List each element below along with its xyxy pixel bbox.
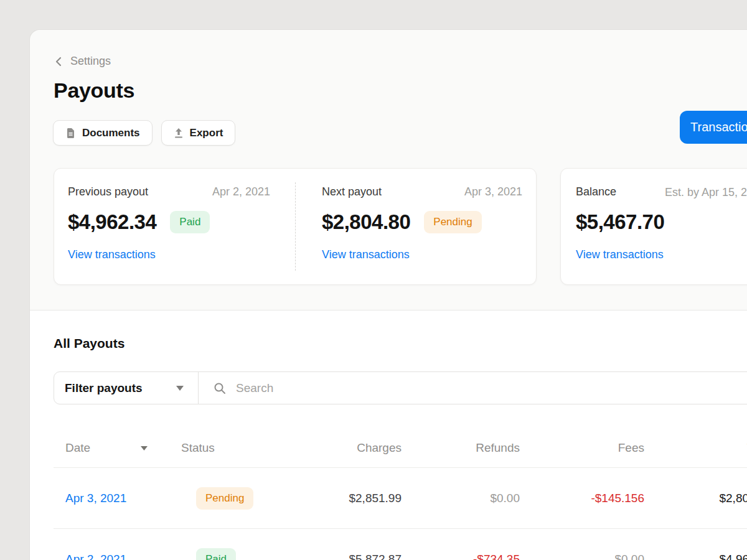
documents-button[interactable]: Documents [53,120,153,146]
chevron-left-icon [55,57,62,67]
balance-card: Balance Est. by Apr 15, 2021 $5,467.70 V… [560,168,747,285]
next-payout-label: Next payout [322,185,382,198]
next-payout-date: Apr 3, 2021 [464,185,522,198]
page-title: Payouts [54,78,134,103]
sort-descending-icon [141,446,148,450]
balance-amount: $5,467.70 [576,210,664,234]
column-header-refunds: Refunds [402,441,520,455]
balance-estimate-date: Est. by Apr 15, 2021 [665,186,747,199]
table-header-row: Date Status Charges Refunds Fees Total [54,428,747,468]
payout-status-badge: Pending [196,487,253,510]
column-header-status: Status [181,441,268,455]
search-area [199,372,747,404]
main-panel: Settings Payouts Documents Export Transa… [30,30,747,560]
payout-fees-value: $0.00 [520,553,644,560]
previous-payout-section: Previous payout Apr 2, 2021 $4,962.34 Pa… [54,169,295,284]
search-input[interactable] [236,381,747,395]
documents-button-label: Documents [82,127,140,139]
column-header-date[interactable]: Date [54,441,181,455]
all-payouts-heading: All Payouts [54,336,125,351]
payout-summary-card: Previous payout Apr 2, 2021 $4,962.34 Pa… [54,168,537,285]
payout-charges-value: $2,851.99 [268,492,402,505]
payout-refunds-value: $0.00 [402,492,520,505]
column-header-charges: Charges [268,441,402,455]
export-button[interactable]: Export [161,120,236,146]
payout-charges-value: $5,872.87 [268,553,402,560]
next-payout-amount: $2,804.80 [322,210,410,234]
table-row: Apr 3, 2021 Pending $2,851.99 $0.00 -$14… [54,468,747,529]
next-payout-section: Next payout Apr 3, 2021 $2,804.80 Pendin… [295,169,537,284]
filter-search-bar: Filter payouts [54,371,747,404]
payout-refunds-value: -$734.35 [402,553,520,560]
breadcrumb-label: Settings [70,55,111,68]
balance-view-transactions-link[interactable]: View transactions [576,248,664,261]
payouts-table: Date Status Charges Refunds Fees Total A… [54,428,747,560]
payout-status-badge: Paid [196,548,236,560]
next-payout-status-badge: Pending [424,211,481,233]
balance-section: Balance Est. by Apr 15, 2021 $5,467.70 V… [561,169,747,284]
payout-date-link[interactable]: Apr 3, 2021 [65,492,126,505]
payout-total-value: $2,804.80 [644,492,747,505]
column-header-total: Total [644,441,747,455]
payout-date-link[interactable]: Apr 2, 2021 [65,553,126,560]
filter-payouts-label: Filter payouts [65,381,143,395]
transactions-button[interactable]: Transactions [680,111,747,144]
export-button-label: Export [190,127,223,139]
balance-label: Balance [576,185,616,198]
table-row: Apr 2, 2021 Paid $5,872.87 -$734.35 $0.0… [54,529,747,560]
next-payout-view-transactions-link[interactable]: View transactions [322,248,410,261]
previous-payout-status-badge: Paid [170,211,210,233]
breadcrumb-settings[interactable]: Settings [55,55,111,68]
previous-payout-view-transactions-link[interactable]: View transactions [68,248,156,261]
export-upload-icon [174,128,184,139]
payout-total-value: $4,962.34 [644,553,747,560]
previous-payout-amount: $4,962.34 [68,210,156,234]
search-icon [214,382,226,394]
transactions-button-label: Transactions [690,120,747,134]
toolbar: Documents Export [53,120,235,146]
previous-payout-date: Apr 2, 2021 [212,185,270,198]
document-icon [65,128,76,139]
filter-payouts-dropdown[interactable]: Filter payouts [54,372,199,404]
previous-payout-label: Previous payout [68,185,148,198]
column-header-fees: Fees [520,441,644,455]
payout-fees-value: -$145.156 [520,492,644,505]
chevron-down-icon [176,386,184,391]
